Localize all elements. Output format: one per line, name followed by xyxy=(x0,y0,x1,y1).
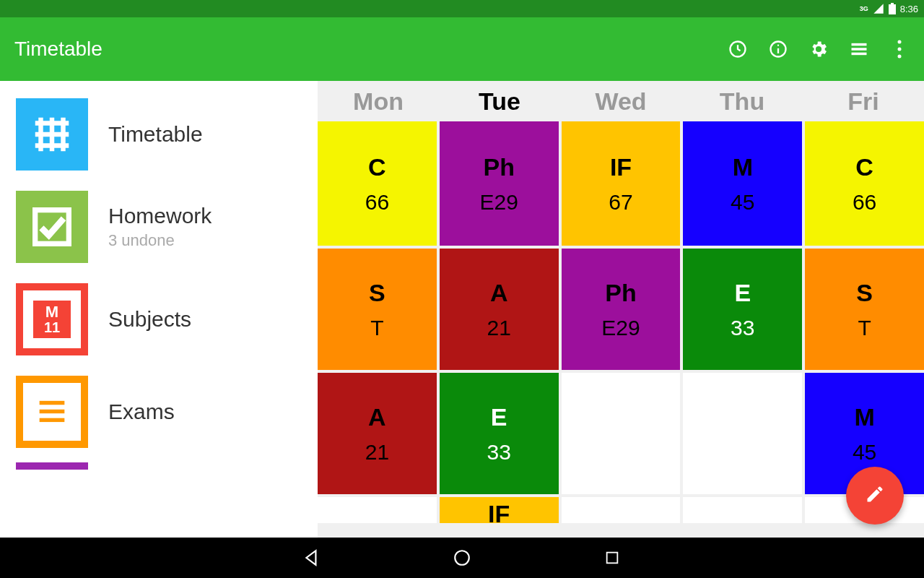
grid-body: C66PhE29IF67M45C66STA21PhE29E33STA21E33M… xyxy=(318,121,924,538)
class-code: IF xyxy=(610,153,632,181)
svg-rect-21 xyxy=(40,418,65,422)
class-room: T xyxy=(370,316,383,340)
pencil-icon xyxy=(865,484,885,507)
class-cell-A[interactable]: A21 xyxy=(318,373,440,494)
lines-icon xyxy=(16,376,88,448)
class-cell-E[interactable]: E33 xyxy=(683,249,805,370)
m11-icon: M11 xyxy=(16,283,88,355)
appbar-actions xyxy=(728,39,910,59)
nav-home-button[interactable] xyxy=(452,548,472,568)
class-cell-S[interactable]: ST xyxy=(805,249,924,370)
timetable-grid: MonTueWedThuFri C66PhE29IF67M45C66STA21P… xyxy=(318,81,924,538)
svg-point-22 xyxy=(455,551,469,565)
sidebar-item-exams[interactable]: Exams xyxy=(0,366,318,458)
class-cell-M[interactable]: M45 xyxy=(683,121,805,246)
page-title: Timetable xyxy=(14,38,728,61)
class-cell-IF[interactable]: IF67 xyxy=(562,121,684,246)
empty-cell xyxy=(562,373,684,494)
class-room: E29 xyxy=(480,190,518,215)
class-cell-Ph[interactable]: PhE29 xyxy=(440,121,562,246)
class-code: M xyxy=(854,403,874,431)
class-cell-IF[interactable]: IF xyxy=(440,497,562,523)
menu-icon[interactable] xyxy=(849,39,869,59)
sidebar-item-timetable[interactable]: Timetable xyxy=(0,88,318,181)
class-room: 66 xyxy=(853,190,876,215)
svg-point-9 xyxy=(898,40,902,44)
status-time: 8:36 xyxy=(900,4,918,14)
class-room: 67 xyxy=(609,190,632,215)
class-room: 33 xyxy=(487,440,511,465)
fab-edit-button[interactable] xyxy=(846,467,904,525)
sidebar-item-extra[interactable] xyxy=(0,458,318,483)
svg-rect-6 xyxy=(852,43,867,46)
status-bar: 3G 8:36 xyxy=(0,0,924,17)
sidebar-item-label: Exams xyxy=(108,400,175,424)
grid-icon xyxy=(16,98,88,171)
sidebar-item-subjects[interactable]: M11 Subjects xyxy=(0,273,318,366)
class-room: 45 xyxy=(853,440,876,465)
days-header: MonTueWedThuFri xyxy=(318,81,924,121)
class-cell-Ph[interactable]: PhE29 xyxy=(562,249,684,370)
svg-point-11 xyxy=(898,55,902,59)
class-code: M xyxy=(733,153,753,181)
class-cell-S[interactable]: ST xyxy=(318,249,440,370)
class-code: Ph xyxy=(605,279,636,307)
class-code: C xyxy=(855,153,873,181)
class-cell-C[interactable]: C66 xyxy=(805,121,924,246)
nav-back-button[interactable] xyxy=(302,548,322,568)
network-3g-label: 3G xyxy=(860,5,868,12)
class-cell-E[interactable]: E33 xyxy=(440,373,562,494)
svg-rect-18 xyxy=(35,210,69,244)
empty-cell xyxy=(683,373,805,494)
info-icon[interactable] xyxy=(768,39,788,59)
class-code: E xyxy=(491,403,507,431)
class-room: T xyxy=(858,316,871,340)
class-room: 33 xyxy=(731,316,754,340)
class-room: E29 xyxy=(601,316,640,340)
day-head-mon[interactable]: Mon xyxy=(318,81,439,121)
class-code: Ph xyxy=(483,153,514,181)
sidebar-item-homework[interactable]: Homework 3 undone xyxy=(0,181,318,273)
nav-recent-button[interactable] xyxy=(602,548,622,568)
class-code: S xyxy=(856,279,873,307)
class-room: 45 xyxy=(731,190,754,215)
class-cell-A[interactable]: A21 xyxy=(440,249,562,370)
nav-bar xyxy=(0,538,924,578)
sidebar: Timetable Homework 3 undone xyxy=(0,81,318,538)
svg-rect-19 xyxy=(40,401,65,405)
svg-rect-20 xyxy=(40,410,65,413)
empty-cell xyxy=(318,497,440,523)
gear-icon[interactable] xyxy=(808,39,829,59)
svg-rect-1 xyxy=(891,3,894,4)
sidebar-item-label: Timetable xyxy=(108,122,203,147)
class-room: 21 xyxy=(365,440,389,465)
more-icon[interactable] xyxy=(889,39,910,59)
svg-rect-23 xyxy=(607,553,618,564)
day-head-fri[interactable]: Fri xyxy=(803,81,924,121)
day-head-wed[interactable]: Wed xyxy=(560,81,681,121)
class-room: 66 xyxy=(365,190,389,215)
svg-point-10 xyxy=(898,48,902,51)
class-code: C xyxy=(368,153,386,181)
day-head-thu[interactable]: Thu xyxy=(681,81,803,121)
svg-point-5 xyxy=(777,45,779,46)
class-code: E xyxy=(734,279,751,307)
svg-rect-0 xyxy=(889,4,896,14)
empty-cell xyxy=(562,497,684,523)
class-code: A xyxy=(368,403,386,431)
svg-rect-7 xyxy=(852,48,867,51)
class-cell-C[interactable]: C66 xyxy=(318,121,440,246)
class-code: A xyxy=(490,279,508,307)
purple-icon xyxy=(16,462,88,473)
signal-icon xyxy=(873,3,884,14)
sidebar-item-sub: 3 undone xyxy=(108,231,212,250)
empty-cell xyxy=(683,497,805,523)
clock-icon[interactable] xyxy=(728,39,748,59)
battery-icon xyxy=(889,3,896,14)
class-room: 21 xyxy=(487,316,511,340)
sidebar-item-label: Subjects xyxy=(108,307,191,332)
class-code: S xyxy=(369,279,385,307)
check-icon xyxy=(16,191,88,263)
day-head-tue[interactable]: Tue xyxy=(439,81,560,121)
class-code: IF xyxy=(488,500,510,528)
